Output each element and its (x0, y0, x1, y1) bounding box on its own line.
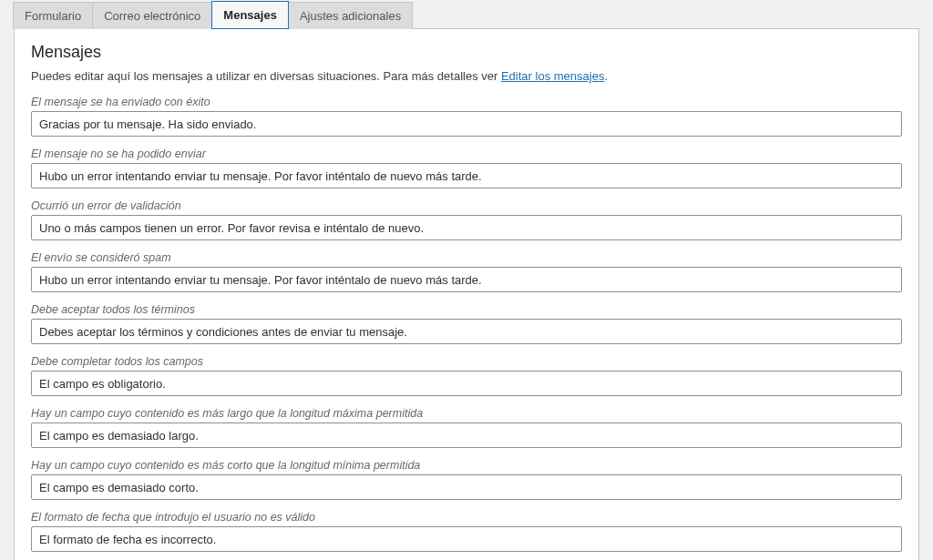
message-field-input[interactable] (31, 215, 902, 240)
message-field-label: Hay un campo cuyo contenido es más corto… (31, 459, 902, 472)
message-field-input[interactable] (31, 319, 902, 344)
message-field-label: Debe aceptar todos los términos (31, 303, 902, 316)
message-field-label: El mensaje no se ha podido enviar (31, 148, 902, 160)
messages-panel: Mensajes Puedes editar aquí los mensajes… (14, 28, 919, 560)
message-field-label: Debe completar todos los campos (31, 355, 902, 368)
message-field-group: Ocurrió un error de validación (31, 199, 902, 240)
tab-messages[interactable]: Mensajes (211, 1, 289, 29)
message-field-input[interactable] (31, 163, 902, 188)
message-field-input[interactable] (31, 111, 902, 137)
message-field-group: El envío se consideró spam (31, 251, 902, 292)
message-field-group: Debe aceptar todos los términos (31, 303, 902, 344)
panel-description-pre: Puedes editar aquí los mensajes a utiliz… (31, 69, 501, 83)
message-field-group: Hay un campo cuyo contenido es más corto… (31, 459, 902, 500)
message-field-label: Ocurrió un error de validación (31, 199, 902, 212)
message-field-input[interactable] (31, 526, 902, 552)
message-field-group: El formato de fecha que introdujo el usu… (31, 511, 902, 552)
message-field-group: Debe completar todos los campos (31, 355, 902, 396)
panel-description: Puedes editar aquí los mensajes a utiliz… (31, 69, 902, 83)
tab-additional[interactable]: Ajustes adicionales (288, 2, 413, 29)
message-field-input[interactable] (31, 423, 902, 448)
tab-mail[interactable]: Correo electrónico (92, 2, 212, 29)
message-field-group: El mensaje no se ha podido enviar (31, 148, 902, 188)
message-field-label: El envío se consideró spam (31, 251, 902, 264)
panel-description-post: . (604, 69, 608, 83)
message-field-input[interactable] (31, 474, 902, 500)
message-field-input[interactable] (31, 371, 902, 396)
message-field-label: El formato de fecha que introdujo el usu… (31, 511, 902, 524)
message-field-label: Hay un campo cuyo contenido es más largo… (31, 407, 902, 420)
panel-description-link[interactable]: Editar los mensajes (501, 69, 604, 83)
message-field-input[interactable] (31, 267, 902, 292)
message-field-group: Hay un campo cuyo contenido es más largo… (31, 407, 902, 448)
message-field-label: El mensaje se ha enviado con éxito (31, 96, 902, 108)
tab-bar: Formulario Correo electrónico Mensajes A… (0, 0, 933, 28)
message-field-group: El mensaje se ha enviado con éxito (31, 96, 902, 137)
panel-title: Mensajes (31, 43, 902, 62)
tab-form[interactable]: Formulario (13, 2, 93, 29)
